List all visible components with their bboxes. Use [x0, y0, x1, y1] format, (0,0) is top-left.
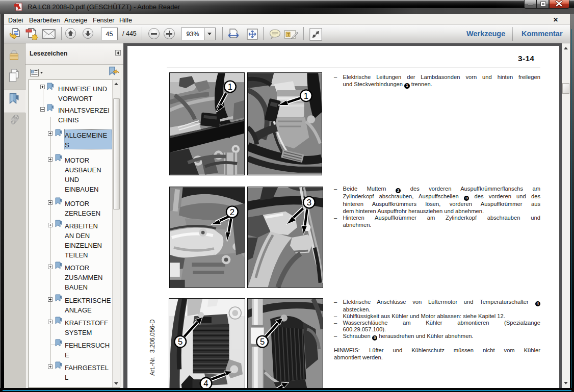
svg-text:T: T [287, 32, 290, 37]
svg-text:5: 5 [260, 337, 265, 347]
svg-text:3: 3 [307, 198, 311, 207]
svg-text:2: 2 [230, 207, 234, 217]
svg-text:4: 4 [203, 379, 208, 388]
svg-text:5: 5 [178, 337, 182, 347]
svg-text:1: 1 [304, 91, 308, 101]
svg-text:1: 1 [228, 82, 232, 92]
